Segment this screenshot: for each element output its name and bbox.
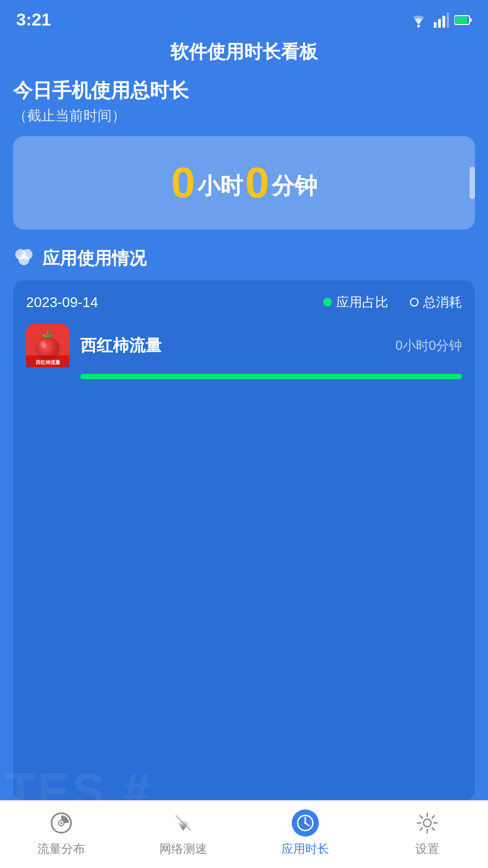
svg-rect-3	[442, 16, 445, 28]
nav-item-apptime[interactable]: 应用时长	[273, 809, 338, 857]
svg-rect-6	[470, 18, 472, 22]
svg-rect-2	[438, 19, 441, 28]
wifi-icon	[409, 12, 428, 28]
app-usage-header: 应用使用情况	[13, 246, 475, 272]
legend-dot-green	[323, 298, 332, 307]
nav-icon-apptime	[292, 809, 319, 837]
signal-icon	[434, 12, 449, 28]
svg-point-19	[60, 822, 62, 824]
main-content: 今日手机使用总时长 （截止当前时间） 0 小时 0 分钟 应用使用情况 2023…	[0, 78, 488, 800]
svg-rect-7	[455, 17, 467, 23]
app-usage-card: 2023-09-14 应用占比 总消耗	[13, 280, 475, 800]
bottom-nav: 流量分布 网络测速 应用时长	[0, 800, 488, 868]
minutes-unit: 分钟	[272, 171, 317, 208]
svg-rect-1	[434, 22, 436, 28]
circles-icon	[13, 246, 35, 267]
svg-text:西红柿流量: 西红柿流量	[36, 359, 61, 365]
nav-icon-traffic	[48, 809, 75, 837]
status-time: 3:21	[16, 10, 51, 30]
app-time: 0小时0分钟	[395, 337, 462, 354]
traffic-icon	[49, 811, 73, 835]
nav-label-speed: 网络测速	[159, 841, 207, 857]
app-list-item: 西红柿流量 西红柿流量 0小时0分钟	[26, 324, 462, 379]
speed-icon	[171, 811, 195, 835]
nav-label-apptime: 应用时长	[281, 841, 329, 857]
time-display-card: 0 小时 0 分钟	[13, 136, 475, 229]
hours-value: 0	[171, 158, 196, 208]
minutes-value: 0	[245, 158, 269, 208]
app-icon: 西红柿流量	[26, 324, 69, 367]
legend-total-cost: 总消耗	[410, 293, 462, 311]
legend-app-ratio: 应用占比	[323, 293, 388, 311]
app-name: 西红柿流量	[80, 335, 384, 357]
app-progress-bar	[80, 374, 462, 379]
today-usage-sublabel: （截止当前时间）	[13, 106, 475, 125]
legend-dot-white	[410, 298, 419, 307]
app-bar-container	[80, 374, 462, 379]
svg-point-24	[304, 822, 306, 824]
card-header: 2023-09-14 应用占比 总消耗	[26, 293, 462, 311]
card-date: 2023-09-14	[26, 294, 98, 311]
nav-icon-speed	[170, 809, 197, 837]
nav-label-traffic: 流量分布	[37, 841, 85, 857]
battery-icon	[454, 15, 472, 25]
settings-icon	[415, 811, 439, 835]
hours-unit: 小时	[197, 171, 243, 208]
apptime-icon	[296, 814, 314, 832]
time-display: 0 小时 0 分钟	[29, 158, 459, 208]
today-usage-label: 今日手机使用总时长	[13, 78, 475, 104]
svg-point-10	[18, 254, 29, 265]
svg-point-0	[418, 24, 420, 27]
legend-app-label: 应用占比	[336, 293, 388, 311]
nav-icon-settings	[414, 809, 441, 837]
svg-rect-4	[447, 12, 449, 28]
tomato-app-icon: 西红柿流量	[26, 324, 69, 367]
status-bar: 3:21	[0, 0, 488, 35]
app-item-row: 西红柿流量 西红柿流量 0小时0分钟	[26, 324, 462, 367]
nav-item-speed[interactable]: 网络测速	[151, 809, 216, 857]
app-usage-icon	[13, 246, 35, 272]
app-usage-title: 应用使用情况	[42, 247, 146, 271]
nav-label-settings: 设置	[415, 841, 439, 857]
legend-total-label: 总消耗	[423, 293, 462, 311]
svg-point-25	[423, 819, 431, 827]
scroll-indicator	[470, 167, 475, 199]
nav-item-traffic[interactable]: 流量分布	[29, 809, 94, 857]
status-icons	[409, 12, 472, 28]
page-title: 软件使用时长看板	[0, 35, 488, 78]
nav-item-settings[interactable]: 设置	[395, 809, 460, 857]
